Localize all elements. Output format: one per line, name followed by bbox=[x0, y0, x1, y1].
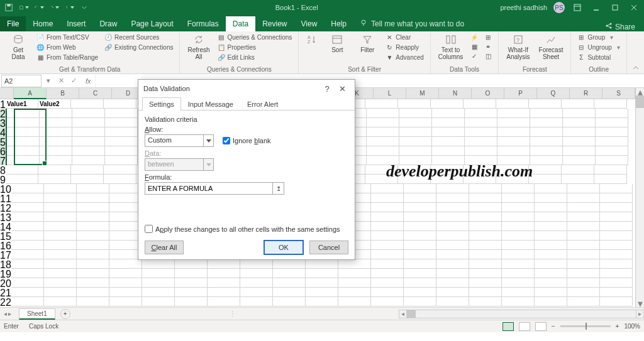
from-web-button[interactable]: 🌐From Web bbox=[35, 43, 99, 52]
row-header[interactable]: 10 bbox=[0, 184, 11, 193]
tab-draw[interactable]: Draw bbox=[92, 16, 124, 31]
cell[interactable] bbox=[497, 118, 530, 127]
close-icon[interactable] bbox=[628, 2, 640, 13]
cell[interactable] bbox=[208, 269, 240, 278]
cell[interactable] bbox=[44, 250, 77, 259]
cell[interactable] bbox=[40, 137, 72, 146]
cell[interactable] bbox=[105, 127, 138, 137]
dialog-tab-input-message[interactable]: Input Message bbox=[181, 97, 240, 111]
zoom-level[interactable]: 100% bbox=[624, 323, 640, 330]
cell[interactable] bbox=[469, 278, 502, 288]
cell[interactable] bbox=[436, 184, 469, 193]
cell[interactable] bbox=[105, 118, 138, 127]
cell[interactable] bbox=[77, 278, 109, 288]
cell[interactable] bbox=[142, 278, 175, 288]
cell[interactable] bbox=[469, 269, 502, 278]
row-header[interactable]: 19 bbox=[0, 269, 11, 278]
cell[interactable] bbox=[596, 156, 628, 165]
data-validation-button[interactable]: ✓ bbox=[469, 51, 479, 61]
recent-sources-button[interactable]: 🕘Recent Sources bbox=[103, 33, 174, 42]
row-header[interactable]: 20 bbox=[0, 278, 11, 288]
consolidate-button[interactable]: ⊞ bbox=[483, 33, 493, 42]
cell[interactable] bbox=[306, 288, 338, 297]
cell[interactable] bbox=[7, 156, 40, 165]
cell[interactable] bbox=[142, 288, 175, 297]
scroll-up-icon[interactable]: ▴ bbox=[636, 88, 644, 95]
cell[interactable] bbox=[502, 288, 535, 297]
cell[interactable] bbox=[567, 193, 600, 203]
cell[interactable] bbox=[502, 250, 535, 259]
row-header[interactable]: 4 bbox=[0, 127, 7, 137]
forecast-sheet-button[interactable]: Forecast Sheet bbox=[536, 33, 566, 62]
cell[interactable] bbox=[306, 278, 338, 288]
cell[interactable] bbox=[535, 222, 567, 231]
cell[interactable] bbox=[77, 297, 109, 306]
cell[interactable] bbox=[436, 288, 469, 297]
cell[interactable] bbox=[11, 259, 44, 269]
cell[interactable] bbox=[109, 269, 142, 278]
row-header[interactable]: 14 bbox=[0, 222, 11, 231]
cell[interactable] bbox=[398, 165, 431, 175]
cell[interactable] bbox=[600, 241, 633, 250]
cell[interactable] bbox=[436, 212, 469, 222]
cell[interactable] bbox=[371, 231, 404, 241]
cell[interactable] bbox=[11, 193, 44, 203]
cell[interactable] bbox=[404, 193, 436, 203]
cell[interactable] bbox=[40, 127, 72, 137]
cell[interactable] bbox=[497, 146, 530, 156]
cell[interactable] bbox=[273, 269, 306, 278]
cell[interactable] bbox=[497, 109, 530, 118]
cell[interactable] bbox=[77, 288, 109, 297]
cell[interactable] bbox=[399, 156, 432, 165]
cell[interactable] bbox=[367, 127, 399, 137]
cell[interactable] bbox=[404, 184, 436, 193]
cell[interactable] bbox=[436, 278, 469, 288]
cell[interactable] bbox=[208, 288, 240, 297]
cell[interactable] bbox=[365, 99, 398, 109]
cell[interactable] bbox=[44, 278, 77, 288]
view-page-break-button[interactable] bbox=[535, 322, 547, 331]
insert-function-icon[interactable]: fx bbox=[82, 77, 95, 85]
cell[interactable] bbox=[404, 231, 436, 241]
cell[interactable] bbox=[338, 288, 371, 297]
cell[interactable] bbox=[567, 184, 600, 193]
cell[interactable] bbox=[502, 278, 535, 288]
cell[interactable] bbox=[436, 231, 469, 241]
cell[interactable] bbox=[77, 259, 109, 269]
cell[interactable] bbox=[398, 175, 431, 184]
column-header[interactable]: L bbox=[374, 88, 406, 99]
cell[interactable] bbox=[77, 212, 109, 222]
clear-filter-button[interactable]: ✕Clear bbox=[384, 33, 425, 42]
cell[interactable] bbox=[497, 156, 530, 165]
cell[interactable] bbox=[371, 203, 404, 212]
user-name[interactable]: preethi sadhish bbox=[500, 4, 547, 11]
cell[interactable] bbox=[404, 212, 436, 222]
cell[interactable] bbox=[567, 259, 600, 269]
vscroll-thumb[interactable] bbox=[636, 95, 644, 108]
cell[interactable] bbox=[529, 165, 562, 175]
cell[interactable] bbox=[600, 231, 633, 241]
cell[interactable] bbox=[240, 278, 273, 288]
cell[interactable] bbox=[367, 146, 399, 156]
cell[interactable] bbox=[600, 269, 633, 278]
row-header[interactable]: 17 bbox=[0, 250, 11, 259]
cell[interactable] bbox=[563, 137, 596, 146]
row-header[interactable]: 22 bbox=[0, 297, 11, 306]
cell[interactable] bbox=[535, 288, 567, 297]
cell[interactable] bbox=[77, 269, 109, 278]
cell[interactable] bbox=[535, 193, 567, 203]
user-avatar[interactable]: PS bbox=[553, 2, 565, 13]
sheet-prev-icon[interactable]: ◂ bbox=[4, 310, 7, 317]
cell[interactable] bbox=[11, 288, 44, 297]
cell[interactable] bbox=[109, 259, 142, 269]
cell[interactable] bbox=[465, 137, 497, 146]
hscroll-thumb[interactable] bbox=[407, 310, 416, 318]
cell[interactable] bbox=[469, 184, 502, 193]
cell[interactable] bbox=[469, 203, 502, 212]
cell[interactable] bbox=[371, 297, 404, 306]
cell[interactable] bbox=[496, 165, 529, 175]
cell[interactable] bbox=[432, 146, 465, 156]
enter-formula-icon[interactable]: ✓ bbox=[69, 77, 78, 85]
row-header[interactable]: 3 bbox=[0, 118, 7, 127]
cell[interactable] bbox=[367, 109, 399, 118]
